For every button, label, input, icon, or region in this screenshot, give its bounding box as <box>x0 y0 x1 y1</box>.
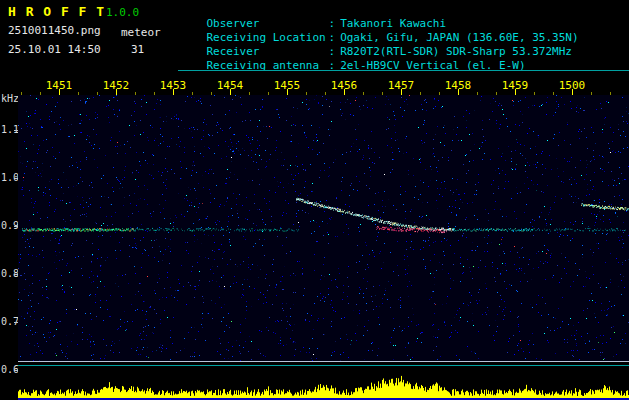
plot-bottom-separator-cyan <box>18 365 629 366</box>
freq-axis-unit: kHz <box>1 93 19 104</box>
timestamp: 25.10.01 14:50 <box>8 43 101 56</box>
spectrogram-canvas <box>18 95 629 361</box>
hrofft-output-image: H R O F F T 1.0.0 2510011450.png meteor … <box>0 0 629 400</box>
sample-counter: 31 <box>131 43 144 56</box>
time-ticks-canvas <box>18 76 629 95</box>
plot-bottom-separator-white <box>18 361 629 362</box>
signal-level-canvas <box>18 367 629 400</box>
app-title: H R O F F T <box>8 4 105 19</box>
header-separator-line <box>178 70 629 71</box>
mode-label: meteor <box>121 26 161 39</box>
output-filename: 2510011450.png <box>8 24 101 37</box>
app-version: 1.0.0 <box>106 6 139 19</box>
